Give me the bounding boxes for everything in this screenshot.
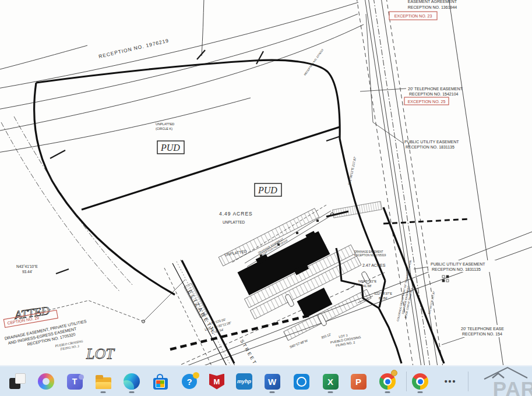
taskbar-edge-button[interactable] [122,369,142,394]
running-indicator [270,391,275,393]
map-label-telephone1: 20' TELEPHONE EASEMENT [408,87,463,91]
watermark-text: PAR [493,377,532,396]
mcafee-icon: M [209,374,224,390]
map-label-reception-1361944: RECEPTION NO. 1361944 [408,5,457,9]
taskbar-alexa-button[interactable] [291,369,311,394]
map-label-unplatted-ck: UNPLATTED [156,122,174,126]
myhp-icon: myhp [236,373,252,390]
watermark-roof-icon [468,365,532,396]
map-label-acres-247: 2.47 ACRES [362,263,386,267]
tick-mark [197,50,205,59]
taskbar-chrome-button-2[interactable] [410,369,430,394]
plat-drawing: RECEPTION NO. 1976219 EASEMENT AGREEMENT… [0,0,532,365]
utility-boxes [442,275,449,282]
running-indicator [328,391,333,393]
pueblo-crossing-3: PUEBLO CROSSING FILING NO. 3 [54,340,84,352]
map-label-elizabeth: ELIZABETH [186,289,216,335]
map-label-n60: N60°57'22"E [358,280,377,283]
copilot-icon [38,373,54,390]
map-label-telephone2: 20' TELEPHONE EASE [461,327,504,331]
map-label-telephone1-no: RECEPTION NO. 1542104 [409,92,459,96]
map-label-utility2: PUBLIC UTILITY EASEMENT [431,262,485,266]
overflow-dots-icon: ••• [445,377,457,386]
taskbar-chrome-button-1[interactable] [378,369,397,394]
map-label-s60: S60°57'48"W [289,338,308,349]
map-label-drsm1: DRAINAGE EASEMENT [354,250,383,253]
file-explorer-icon [96,377,111,389]
microsoft-store-icon [153,378,168,390]
taskbar-help-button[interactable]: ? [179,369,199,394]
running-indicator [418,391,423,393]
word-icon: W [265,374,280,390]
taskbar-mcafee-button[interactable]: M [207,369,227,394]
taskbar-teams-button[interactable]: T [65,369,84,394]
chrome-icon [412,373,428,390]
map-label-acres-449: 4.49 ACRES [219,211,253,217]
leader [143,280,185,321]
map-label-exception-25: EXCEPTION NO. 25 [408,100,446,104]
map-label-s22: S22°38'37"E [374,292,392,295]
map-label-s31: S31°06'11"E 217.87' [347,156,357,185]
taskbar-copilot-button[interactable] [36,369,56,394]
running-indicator [385,391,390,393]
taskbar-microsoft-store-button[interactable] [150,369,170,394]
map-label-utility2-no: RECEPTION NO. 1831135 [432,267,481,271]
taskbar-powerpoint-button[interactable]: P [348,369,368,394]
map-label-n43: N43°41'10"E [16,264,38,268]
taskbar: T ? M myhp W X P ••• PAR [0,365,532,396]
help-icon: ? [182,374,197,389]
taskbar-file-explorer-button[interactable] [93,369,113,394]
boundary-ticks [50,51,340,274]
taskbar-separator [468,372,468,391]
section-line [383,219,470,224]
taskbar-start-button[interactable] [8,369,27,394]
map-label-utility1: PUBLIC UTILITY EASEMENT [404,140,459,144]
taskbar-excel-button[interactable]: X [320,369,340,394]
map-label-drsm2: RECEPTION NO. 1705319 [354,254,386,257]
map-label-unplatted-1: UNPLATTED [223,220,245,224]
windows-start-icon [9,373,26,390]
map-label-d350: 350.12' [320,333,332,340]
map-label-circle-k: (CIRCLE K) [156,127,172,130]
map-label-pud-1: PUD [160,143,180,153]
lot3-block: LOT 3 PUEBLO CROSSING FILING NO. 2 [329,331,362,348]
teams-icon: T [67,374,83,390]
chrome-profile-badge [391,370,397,376]
running-indicator [129,391,135,393]
map-label-n43d: 93.44' [22,270,33,274]
edge-icon [124,373,140,390]
map-label-utility1-no: RECEPTION NO. 1831135 [406,145,455,149]
map-label-exception-23: EXCEPTION NO. 23 [394,14,432,18]
taskbar-myhp-button[interactable]: myhp [234,369,254,394]
highway-arcs [0,0,364,153]
taskbar-overflow-button[interactable]: ••• [441,369,460,394]
plat-map-viewport: RECEPTION NO. 1976219 EASEMENT AGREEMENT… [0,0,532,365]
map-label-reception-top: RECEPTION NO. 1976219 [98,37,170,59]
map-label-lot-big: LOT [86,345,115,362]
map-label-pud-2: PUD [258,185,277,195]
taskbar-word-button[interactable]: W [262,369,282,394]
map-label-easement-agreement: EASEMENT AGREEMENT [408,0,457,3]
photo-watermark: PAR [468,365,532,396]
row-line [383,207,444,363]
map-label-s22d: 84.84' [379,296,387,300]
running-indicator [101,391,106,393]
map-label-n60d: 41.68' [363,284,372,288]
map-label-telephone2-no: RECEPTION NO. 154 [462,332,502,336]
taskbar-separator [406,372,407,391]
alexa-icon [294,374,309,390]
excel-icon: X [323,374,339,390]
driveway-hatch [332,201,382,218]
powerpoint-icon: P [351,374,367,390]
